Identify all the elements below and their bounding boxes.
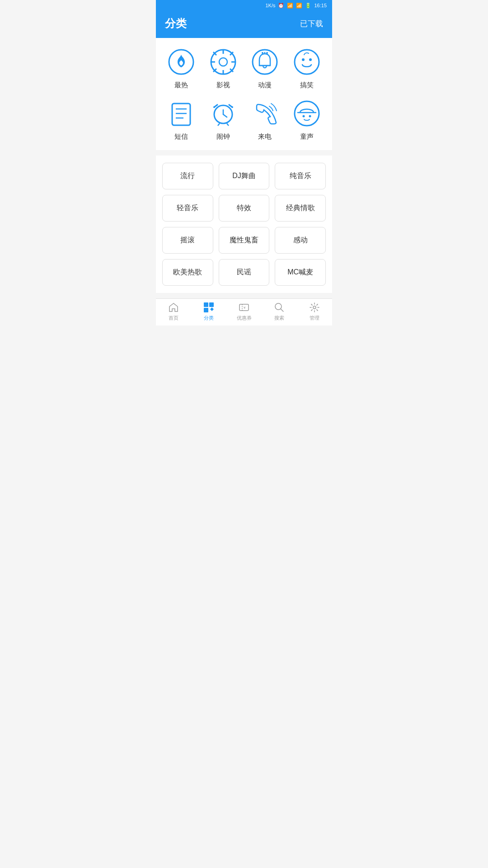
svg-rect-36	[209, 302, 214, 307]
video-icon	[208, 47, 238, 76]
alarm-category-icon	[208, 99, 238, 128]
call-icon	[250, 99, 280, 128]
svg-point-17	[302, 58, 305, 61]
svg-point-2	[219, 58, 227, 66]
nav-coupon[interactable]: ¥ 优惠券	[226, 302, 262, 321]
network-speed: 1K/s	[265, 3, 275, 8]
call-label: 来电	[258, 132, 272, 141]
svg-point-34	[309, 115, 311, 117]
svg-point-15	[266, 52, 268, 54]
category-video[interactable]: 影视	[202, 47, 244, 90]
category-dj[interactable]: DJ舞曲	[219, 163, 270, 189]
hot-icon	[167, 47, 196, 76]
category-section: 流行 DJ舞曲 纯音乐 轻音乐 特效 经典情歌 摇滚 魔性鬼畜 感动 欧美热歌 …	[156, 156, 332, 293]
category-grid: 流行 DJ舞曲 纯音乐 轻音乐 特效 经典情歌 摇滚 魔性鬼畜 感动 欧美热歌 …	[162, 163, 326, 286]
nav-home[interactable]: 首页	[156, 302, 191, 321]
category-funny[interactable]: 搞笑	[286, 47, 328, 90]
funny-icon	[292, 47, 321, 76]
nav-category[interactable]: 分类	[191, 302, 226, 321]
category-hot[interactable]: 最热	[160, 47, 202, 90]
coupon-icon: ¥	[238, 302, 250, 313]
svg-line-31	[227, 123, 229, 126]
category-touching[interactable]: 感动	[275, 227, 326, 254]
icon-grid: 最热	[160, 47, 328, 141]
manage-icon	[309, 302, 320, 313]
svg-line-42	[281, 309, 283, 311]
category-rock[interactable]: 摇滚	[162, 227, 213, 254]
category-call[interactable]: 来电	[244, 99, 286, 141]
svg-point-29	[231, 106, 233, 108]
category-child[interactable]: 童声	[286, 99, 328, 141]
child-label: 童声	[300, 132, 314, 141]
category-effect[interactable]: 特效	[219, 195, 270, 222]
funny-label: 搞笑	[300, 81, 314, 90]
home-icon	[168, 302, 179, 313]
downloaded-button[interactable]: 已下载	[300, 19, 323, 29]
search-nav-label: 搜索	[274, 315, 284, 321]
icon-grid-section: 最热	[156, 38, 332, 150]
sms-icon	[167, 99, 196, 128]
svg-point-28	[213, 106, 215, 108]
status-bar: 1K/s ⏰ 📶 📶 🔋 16:15	[156, 0, 332, 11]
nav-manage[interactable]: 管理	[297, 302, 332, 321]
bottom-nav: 首页 分类 ¥ 优惠券	[156, 298, 332, 326]
category-mc[interactable]: MC喊麦	[275, 259, 326, 286]
category-sms[interactable]: 短信	[160, 99, 202, 141]
svg-line-30	[218, 123, 220, 126]
svg-point-43	[313, 306, 316, 309]
category-nav-label: 分类	[204, 315, 214, 321]
page-title: 分类	[165, 16, 187, 31]
video-label: 影视	[216, 81, 230, 90]
nav-search[interactable]: 搜索	[262, 302, 297, 321]
svg-point-33	[302, 115, 305, 117]
category-pure[interactable]: 纯音乐	[275, 163, 326, 189]
anime-icon	[250, 47, 280, 76]
svg-point-18	[309, 58, 312, 61]
category-classic[interactable]: 经典情歌	[275, 195, 326, 222]
svg-rect-19	[172, 104, 190, 125]
category-alarm[interactable]: 闹钟	[202, 99, 244, 141]
svg-rect-37	[204, 308, 208, 312]
hot-label: 最热	[174, 81, 188, 90]
anime-label: 动漫	[258, 81, 272, 90]
category-anime[interactable]: 动漫	[244, 47, 286, 90]
category-magic[interactable]: 魔性鬼畜	[219, 227, 270, 254]
category-folk[interactable]: 民谣	[219, 259, 270, 286]
battery-icon: 🔋	[305, 3, 311, 9]
signal-icon: 📶	[296, 3, 302, 9]
coupon-nav-label: 优惠券	[237, 315, 252, 321]
category-popular[interactable]: 流行	[162, 163, 213, 189]
svg-point-16	[295, 50, 319, 74]
search-nav-icon	[273, 302, 285, 313]
category-western[interactable]: 欧美热歌	[162, 259, 213, 286]
svg-point-32	[295, 101, 319, 126]
svg-text:¥: ¥	[243, 306, 246, 310]
time: 16:15	[314, 3, 327, 8]
svg-rect-35	[204, 302, 208, 307]
category-nav-icon	[203, 302, 215, 313]
sms-label: 短信	[174, 132, 188, 141]
header: 分类 已下载	[156, 11, 332, 38]
alarm-label: 闹钟	[216, 132, 230, 141]
main-content: 最热	[156, 38, 332, 298]
home-nav-label: 首页	[169, 315, 178, 321]
wifi-icon: 📶	[287, 3, 293, 9]
category-light[interactable]: 轻音乐	[162, 195, 213, 222]
svg-point-14	[262, 52, 263, 54]
manage-nav-label: 管理	[310, 315, 319, 321]
svg-line-25	[223, 114, 227, 117]
alarm-icon: ⏰	[278, 3, 284, 9]
child-icon	[292, 99, 321, 128]
